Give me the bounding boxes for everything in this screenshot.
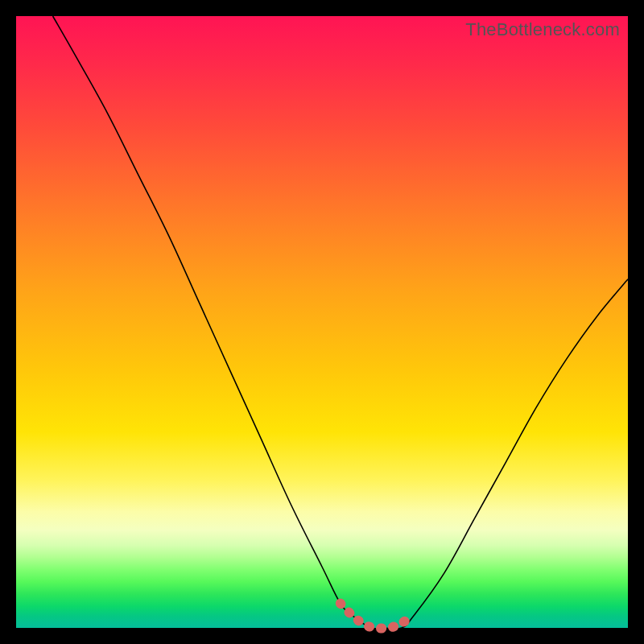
- curve-svg: [16, 16, 628, 628]
- bottleneck-curve-path: [53, 16, 628, 629]
- optimal-zone-highlight-path: [341, 604, 414, 629]
- plot-area: TheBottleneck.com: [16, 16, 628, 628]
- chart-container: TheBottleneck.com: [0, 0, 644, 644]
